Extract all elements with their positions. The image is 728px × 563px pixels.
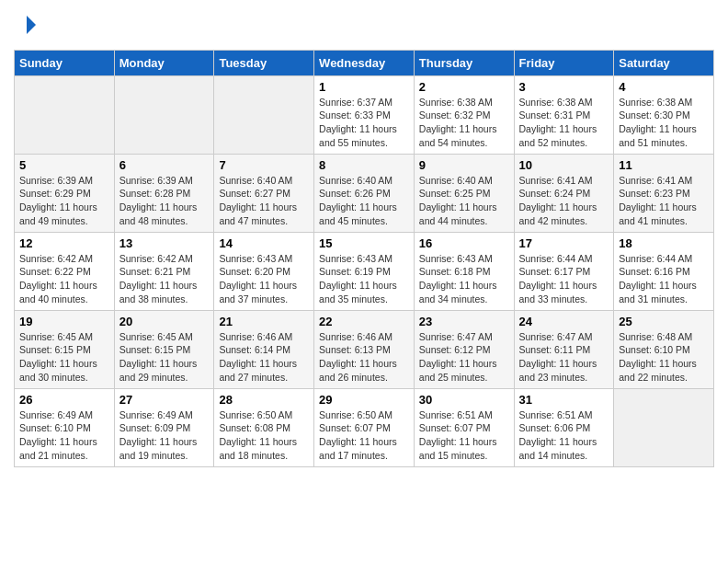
sunset-label: Sunset: 6:08 PM (219, 422, 290, 433)
daylight-label: Daylight: 11 hours and 34 minutes. (419, 280, 497, 304)
calendar-cell: 29 Sunrise: 6:50 AM Sunset: 6:07 PM Dayl… (314, 388, 415, 466)
calendar-cell: 3 Sunrise: 6:38 AM Sunset: 6:31 PM Dayli… (514, 75, 614, 154)
day-number: 20 (119, 315, 210, 328)
calendar-cell: 9 Sunrise: 6:40 AM Sunset: 6:25 PM Dayli… (414, 154, 514, 232)
day-info: Sunrise: 6:41 AM Sunset: 6:24 PM Dayligh… (519, 174, 609, 228)
day-number: 1 (319, 80, 409, 94)
logo-icon (16, 14, 38, 36)
calendar-cell: 30 Sunrise: 6:51 AM Sunset: 6:07 PM Dayl… (414, 388, 514, 466)
day-info: Sunrise: 6:39 AM Sunset: 6:28 PM Dayligh… (119, 174, 210, 228)
sunset-label: Sunset: 6:12 PM (419, 344, 491, 355)
calendar-header-row: SundayMondayTuesdayWednesdayThursdayFrid… (15, 50, 714, 75)
day-header-friday: Friday (514, 50, 614, 75)
day-number: 31 (519, 393, 609, 407)
calendar-cell: 14 Sunrise: 6:43 AM Sunset: 6:20 PM Dayl… (214, 232, 314, 310)
day-number: 10 (519, 158, 609, 172)
calendar-cell: 13 Sunrise: 6:42 AM Sunset: 6:21 PM Dayl… (114, 232, 214, 310)
sunrise-label: Sunrise: 6:37 AM (319, 97, 392, 108)
sunrise-label: Sunrise: 6:44 AM (619, 253, 692, 264)
day-header-tuesday: Tuesday (214, 50, 314, 75)
day-info: Sunrise: 6:42 AM Sunset: 6:22 PM Dayligh… (19, 252, 109, 306)
sunrise-label: Sunrise: 6:38 AM (619, 97, 692, 108)
calendar-cell: 22 Sunrise: 6:46 AM Sunset: 6:13 PM Dayl… (314, 310, 415, 388)
day-number: 15 (319, 236, 409, 250)
sunrise-label: Sunrise: 6:46 AM (319, 331, 392, 342)
calendar-cell: 6 Sunrise: 6:39 AM Sunset: 6:28 PM Dayli… (114, 154, 214, 232)
day-info: Sunrise: 6:49 AM Sunset: 6:10 PM Dayligh… (19, 408, 109, 463)
daylight-label: Daylight: 11 hours and 18 minutes. (219, 436, 297, 461)
calendar-cell: 20 Sunrise: 6:45 AM Sunset: 6:15 PM Dayl… (114, 310, 214, 388)
day-info: Sunrise: 6:50 AM Sunset: 6:08 PM Dayligh… (219, 408, 309, 463)
daylight-label: Daylight: 11 hours and 55 minutes. (319, 123, 397, 148)
sunrise-label: Sunrise: 6:50 AM (219, 409, 292, 420)
sunrise-label: Sunrise: 6:45 AM (119, 331, 193, 342)
sunrise-label: Sunrise: 6:38 AM (519, 97, 593, 108)
sunrise-label: Sunrise: 6:42 AM (119, 253, 193, 264)
day-number: 2 (419, 80, 509, 94)
day-number: 11 (619, 158, 709, 172)
day-number: 16 (419, 236, 509, 250)
day-info: Sunrise: 6:46 AM Sunset: 6:14 PM Dayligh… (219, 330, 309, 385)
sunrise-label: Sunrise: 6:41 AM (519, 175, 593, 186)
daylight-label: Daylight: 11 hours and 37 minutes. (219, 280, 297, 304)
day-info: Sunrise: 6:49 AM Sunset: 6:09 PM Dayligh… (119, 408, 210, 463)
calendar-cell: 10 Sunrise: 6:41 AM Sunset: 6:24 PM Dayl… (514, 154, 614, 232)
day-number: 9 (419, 158, 509, 172)
calendar-week-row: 12 Sunrise: 6:42 AM Sunset: 6:22 PM Dayl… (15, 232, 714, 310)
day-info: Sunrise: 6:43 AM Sunset: 6:19 PM Dayligh… (319, 252, 409, 306)
sunrise-label: Sunrise: 6:39 AM (119, 175, 193, 186)
calendar-cell: 15 Sunrise: 6:43 AM Sunset: 6:19 PM Dayl… (314, 232, 415, 310)
sunrise-label: Sunrise: 6:43 AM (319, 253, 392, 264)
calendar-cell (114, 75, 214, 154)
daylight-label: Daylight: 11 hours and 27 minutes. (219, 358, 297, 383)
daylight-label: Daylight: 11 hours and 29 minutes. (119, 358, 198, 383)
day-info: Sunrise: 6:47 AM Sunset: 6:12 PM Dayligh… (419, 330, 509, 385)
day-info: Sunrise: 6:42 AM Sunset: 6:21 PM Dayligh… (119, 252, 210, 306)
day-number: 26 (19, 393, 109, 407)
sunset-label: Sunset: 6:09 PM (119, 422, 191, 433)
sunset-label: Sunset: 6:25 PM (419, 188, 491, 199)
sunrise-label: Sunrise: 6:41 AM (619, 175, 692, 186)
day-number: 8 (319, 158, 409, 172)
day-info: Sunrise: 6:44 AM Sunset: 6:16 PM Dayligh… (619, 252, 709, 306)
daylight-label: Daylight: 11 hours and 23 minutes. (519, 358, 597, 383)
daylight-label: Daylight: 11 hours and 44 minutes. (419, 201, 497, 226)
calendar-cell: 19 Sunrise: 6:45 AM Sunset: 6:15 PM Dayl… (15, 310, 115, 388)
sunrise-label: Sunrise: 6:43 AM (419, 253, 493, 264)
sunset-label: Sunset: 6:30 PM (619, 109, 690, 121)
daylight-label: Daylight: 11 hours and 21 minutes. (19, 436, 97, 461)
daylight-label: Daylight: 11 hours and 42 minutes. (519, 201, 597, 226)
sunrise-label: Sunrise: 6:46 AM (219, 331, 292, 342)
sunset-label: Sunset: 6:28 PM (119, 188, 191, 199)
sunset-label: Sunset: 6:18 PM (419, 266, 491, 277)
calendar-cell: 31 Sunrise: 6:51 AM Sunset: 6:06 PM Dayl… (514, 388, 614, 466)
daylight-label: Daylight: 11 hours and 52 minutes. (519, 123, 597, 148)
daylight-label: Daylight: 11 hours and 14 minutes. (519, 436, 597, 461)
day-number: 5 (19, 158, 109, 172)
sunset-label: Sunset: 6:24 PM (519, 188, 591, 199)
calendar-cell (15, 75, 115, 154)
daylight-label: Daylight: 11 hours and 19 minutes. (119, 436, 198, 461)
daylight-label: Daylight: 11 hours and 26 minutes. (319, 358, 397, 383)
daylight-label: Daylight: 11 hours and 38 minutes. (119, 280, 198, 304)
calendar-cell: 24 Sunrise: 6:47 AM Sunset: 6:11 PM Dayl… (514, 310, 614, 388)
daylight-label: Daylight: 11 hours and 22 minutes. (619, 358, 697, 383)
day-number: 17 (519, 236, 609, 250)
sunrise-label: Sunrise: 6:47 AM (519, 331, 593, 342)
sunset-label: Sunset: 6:29 PM (19, 188, 91, 199)
calendar-cell: 5 Sunrise: 6:39 AM Sunset: 6:29 PM Dayli… (15, 154, 115, 232)
day-header-sunday: Sunday (15, 50, 115, 75)
sunset-label: Sunset: 6:10 PM (619, 344, 690, 355)
day-info: Sunrise: 6:38 AM Sunset: 6:30 PM Dayligh… (619, 96, 709, 150)
calendar-week-row: 1 Sunrise: 6:37 AM Sunset: 6:33 PM Dayli… (15, 75, 714, 154)
daylight-label: Daylight: 11 hours and 17 minutes. (319, 436, 397, 461)
sunset-label: Sunset: 6:14 PM (219, 344, 290, 355)
day-header-wednesday: Wednesday (314, 50, 415, 75)
daylight-label: Daylight: 11 hours and 48 minutes. (119, 201, 198, 226)
calendar-cell: 26 Sunrise: 6:49 AM Sunset: 6:10 PM Dayl… (15, 388, 115, 466)
day-number: 27 (119, 393, 210, 407)
calendar-cell: 28 Sunrise: 6:50 AM Sunset: 6:08 PM Dayl… (214, 388, 314, 466)
daylight-label: Daylight: 11 hours and 30 minutes. (19, 358, 97, 383)
day-number: 14 (219, 236, 309, 250)
day-info: Sunrise: 6:37 AM Sunset: 6:33 PM Dayligh… (319, 96, 409, 150)
